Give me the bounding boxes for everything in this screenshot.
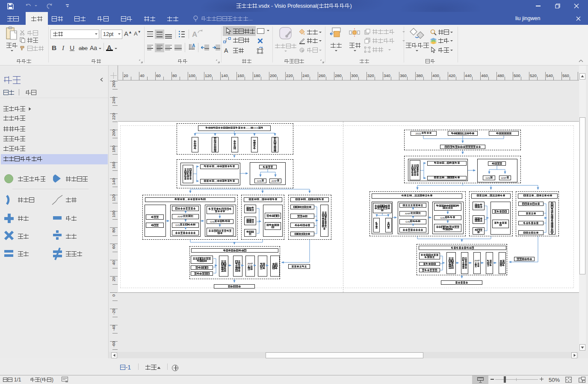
- svg-text:A: A: [192, 44, 195, 48]
